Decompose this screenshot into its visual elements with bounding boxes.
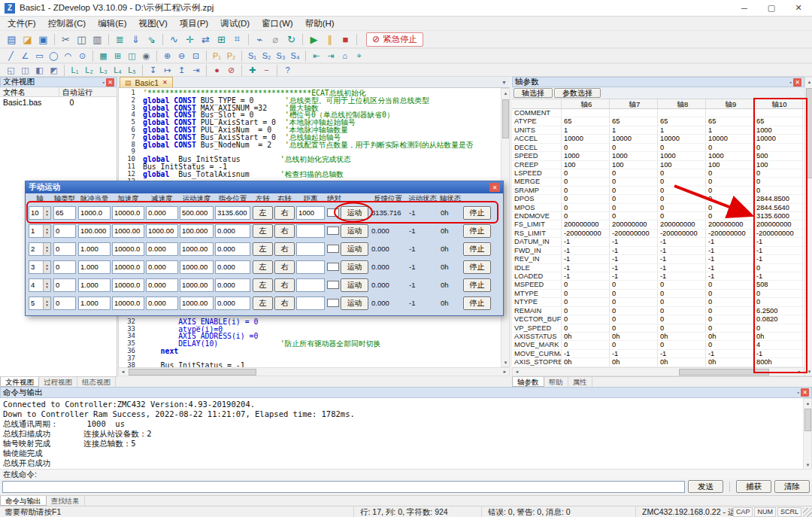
scroll-right-icon[interactable]: ► xyxy=(501,368,509,376)
s3-view-icon[interactable]: S₃ xyxy=(274,50,288,62)
stop-button[interactable]: 停止 xyxy=(463,242,491,256)
output-tab-0[interactable]: 命令与输出 xyxy=(0,496,47,506)
axis-select[interactable]: 2▲▼ xyxy=(29,242,51,256)
spinner-arrows[interactable]: ▲▼ xyxy=(43,279,50,291)
distance-input[interactable] xyxy=(296,278,325,292)
axis-param-row[interactable]: MTYPE00000 xyxy=(512,290,804,298)
jog-right-button[interactable]: 右 xyxy=(274,224,295,238)
step-over-icon[interactable]: ↦ xyxy=(160,65,174,76)
spin-down-icon[interactable]: ▼ xyxy=(45,303,48,307)
axis-param-row[interactable]: LOADED-1-1-1-1-1 xyxy=(512,272,804,281)
dpos-input[interactable]: 0.000 xyxy=(215,260,250,274)
l2-layer-icon[interactable]: L₂ xyxy=(82,65,96,76)
stop-icon[interactable]: ■ xyxy=(338,32,353,46)
scroll-right-icon[interactable]: ► xyxy=(795,368,804,376)
units-input[interactable]: 1.000 xyxy=(78,278,111,292)
zoom-in-icon[interactable]: ⊕ xyxy=(160,50,174,62)
point-tool-icon[interactable]: ⊙ xyxy=(75,50,89,62)
flag-p1-icon[interactable]: P₁ xyxy=(210,50,224,62)
decel-input[interactable]: 0.000 xyxy=(146,278,178,292)
axis-param-row[interactable]: VP_SPEED00000 xyxy=(512,324,804,333)
panel-left-icon[interactable]: ◧ xyxy=(32,65,47,76)
panel-close-icon[interactable]: ✕ xyxy=(793,78,801,87)
spin-down-icon[interactable]: ▼ xyxy=(45,267,48,271)
stop-button[interactable]: 停止 xyxy=(463,206,491,220)
absolute-checkbox[interactable] xyxy=(327,227,339,235)
tab-close-icon[interactable]: ✕ xyxy=(162,79,168,86)
l1-layer-icon[interactable]: L₁ xyxy=(68,65,82,76)
menu-item-6[interactable]: 窗口(W) xyxy=(256,17,299,31)
pin-icon[interactable]: ▪ xyxy=(790,80,792,85)
units-input[interactable]: 100.000 xyxy=(78,224,111,238)
axis-param-row[interactable]: COMMENT xyxy=(512,109,804,117)
jog-left-button[interactable]: 左 xyxy=(253,242,273,256)
online-command-input[interactable] xyxy=(2,481,685,493)
absolute-checkbox[interactable] xyxy=(327,281,339,289)
output-tab-1[interactable]: 查找结果 xyxy=(47,496,85,506)
dpos-input[interactable]: 0.000 xyxy=(215,278,250,292)
accel-input[interactable]: 10000.0 xyxy=(112,278,144,292)
scroll-up-icon[interactable]: ▲ xyxy=(805,78,812,86)
atype-input[interactable]: 0 xyxy=(53,242,76,256)
scroll-thumb[interactable] xyxy=(804,409,811,431)
axis-param-row[interactable]: ACCEL1000010000100001000010000 xyxy=(512,135,804,143)
pause-icon[interactable]: ∥ xyxy=(322,32,338,46)
run-to-cursor-icon[interactable]: ⇥ xyxy=(189,65,203,76)
axis-param-row[interactable]: LSPEED00000 xyxy=(512,169,804,178)
clear-button[interactable]: 清除 xyxy=(774,480,810,493)
absolute-checkbox[interactable] xyxy=(327,263,339,271)
scroll-up-icon[interactable]: ▲ xyxy=(804,399,812,407)
spinner-arrows[interactable]: ▲▼ xyxy=(43,261,50,273)
window-cascade-icon[interactable]: ◱ xyxy=(4,65,18,76)
run-button[interactable]: 运动 xyxy=(341,224,368,238)
compile-icon[interactable]: ≣ xyxy=(112,32,128,46)
distance-input[interactable] xyxy=(296,224,325,238)
resize-grip[interactable] xyxy=(803,508,812,517)
step-out-icon[interactable]: ↥ xyxy=(174,65,189,76)
s2-view-icon[interactable]: S₂ xyxy=(259,50,274,62)
axis-param-row[interactable]: UNITS11111000 xyxy=(512,126,804,135)
absolute-checkbox[interactable] xyxy=(327,299,339,307)
connect-icon[interactable]: ⌁ xyxy=(252,32,268,46)
run-button[interactable]: 运动 xyxy=(341,242,368,256)
stop-button[interactable]: 停止 xyxy=(463,224,491,238)
file-view-tab-1[interactable]: 过程视图 xyxy=(39,377,77,387)
distance-input[interactable]: 1000 xyxy=(296,206,325,220)
speed-input[interactable]: 100.000 xyxy=(180,224,214,238)
close-icon[interactable]: ✕ xyxy=(785,0,812,16)
axis-param-row[interactable]: MSPEED0000508 xyxy=(512,281,804,289)
l5-layer-icon[interactable]: L₅ xyxy=(125,65,139,76)
axis-select[interactable]: 4▲▼ xyxy=(29,278,51,292)
absolute-checkbox[interactable] xyxy=(327,245,339,253)
jog-right-button[interactable]: 右 xyxy=(274,278,295,292)
jog-right-button[interactable]: 右 xyxy=(274,242,295,256)
copy-icon[interactable]: ◫ xyxy=(74,32,89,46)
frame-view-icon[interactable]: ◫ xyxy=(125,50,139,62)
axis-table-hscrollbar[interactable]: ◄ ► xyxy=(512,367,804,376)
axis-panel-tab-2[interactable]: 属性 xyxy=(568,377,592,387)
axis-param-row[interactable]: FS_LIMIT20000000020000000020000000020000… xyxy=(512,220,804,229)
scroll-thumb[interactable] xyxy=(502,99,509,138)
atype-input[interactable]: 0 xyxy=(53,278,76,292)
snapshot-icon[interactable]: ◉ xyxy=(139,50,153,62)
register-view-icon[interactable]: ⊞ xyxy=(214,32,229,46)
minimize-icon[interactable]: ─ xyxy=(731,0,758,16)
axis-panel-tab-1[interactable]: 帮助 xyxy=(544,377,568,387)
axis-param-row[interactable]: MOVE_CURMARK-1-1-1-1-1 xyxy=(512,350,804,358)
panel-bottom-icon[interactable]: ◩ xyxy=(47,65,61,76)
units-input[interactable]: 1.000 xyxy=(78,260,111,274)
dpos-input[interactable]: 0.000 xyxy=(215,224,250,238)
rect-tool-icon[interactable]: ▭ xyxy=(32,50,47,62)
atype-input[interactable]: 0 xyxy=(53,224,76,238)
speed-input[interactable]: 1000.00 xyxy=(180,242,214,256)
spin-down-icon[interactable]: ▼ xyxy=(45,285,48,289)
jog-right-button[interactable]: 右 xyxy=(274,297,295,310)
zoom-fit-icon[interactable]: ⊡ xyxy=(189,50,203,62)
zoom-out-icon[interactable]: ⊖ xyxy=(174,50,189,62)
dialog-titlebar[interactable]: 手动运动 ✕ xyxy=(26,181,503,193)
run-button[interactable]: 运动 xyxy=(341,297,368,310)
window-tile-icon[interactable]: ◫ xyxy=(18,65,32,76)
arc-tool-icon[interactable]: ◠ xyxy=(61,50,75,62)
run-button[interactable]: 运动 xyxy=(341,206,368,220)
distance-input[interactable] xyxy=(296,242,325,256)
